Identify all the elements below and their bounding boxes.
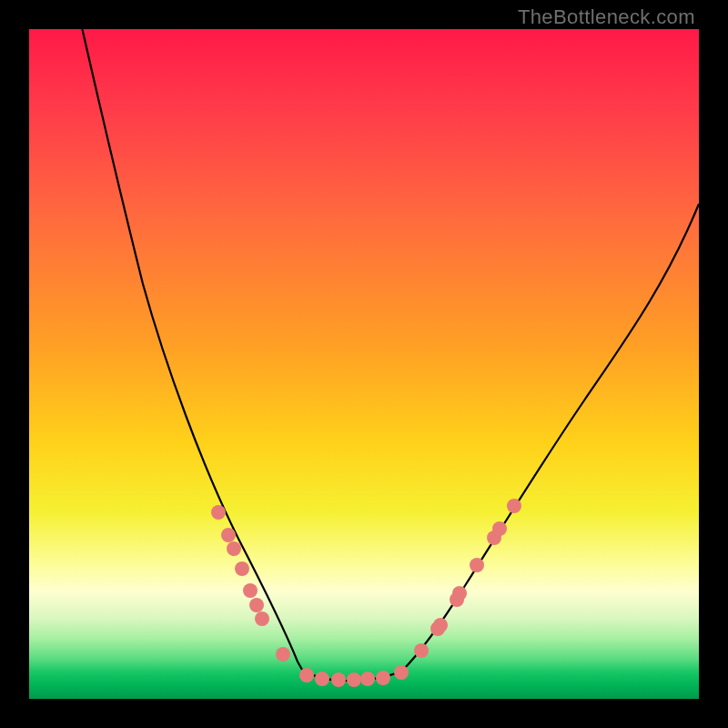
data-dot [331, 672, 346, 687]
data-dot [347, 672, 361, 687]
data-dot [394, 665, 409, 680]
curve-right [402, 204, 699, 671]
dots-group [211, 499, 521, 687]
data-dot [255, 612, 269, 626]
data-dot [376, 671, 390, 685]
data-dot [211, 505, 226, 520]
data-dot [221, 528, 236, 542]
data-dot [360, 672, 375, 686]
data-dot [276, 647, 290, 662]
data-dot [470, 558, 484, 572]
data-dot [235, 561, 249, 576]
data-dot [414, 643, 429, 658]
data-dot [249, 598, 264, 612]
watermark-text: TheBottleneck.com [518, 5, 695, 29]
data-dot [243, 583, 258, 598]
bottleneck-chart [29, 29, 699, 699]
curve-left [79, 29, 302, 670]
data-dot [507, 499, 521, 513]
data-dot [452, 586, 467, 601]
data-dot [433, 618, 448, 632]
data-dot [315, 672, 329, 686]
data-dot [227, 541, 241, 556]
data-dot [492, 521, 507, 536]
data-dot [299, 668, 314, 682]
